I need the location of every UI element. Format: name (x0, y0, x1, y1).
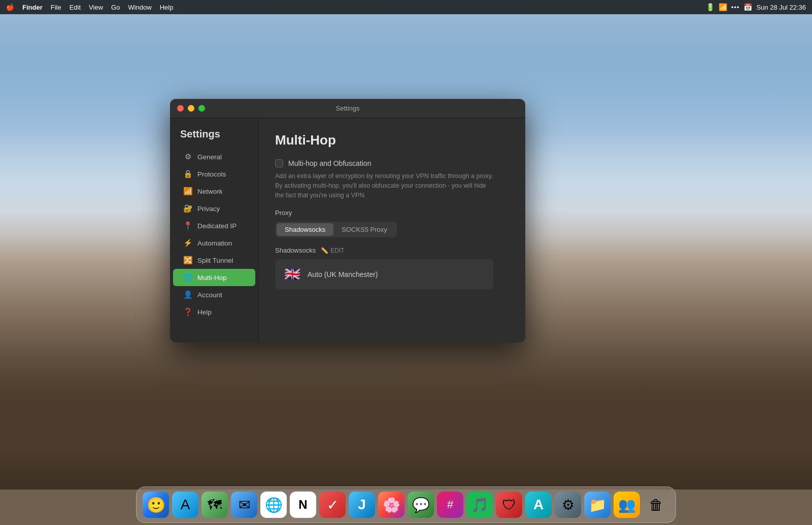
menubar-calendar: 📅 (743, 3, 752, 11)
menubar-time: Sun 28 Jul 22:36 (756, 4, 806, 11)
dock-icon-photos[interactable]: 🌸 (378, 492, 404, 518)
sidebar-item-network[interactable]: 📶 Network (173, 183, 255, 200)
sidebar-item-multi-hop[interactable]: 🌐 Multi-Hop (173, 269, 255, 286)
dock-icon-appstore[interactable]: A (172, 492, 198, 518)
menubar-wifi: 📶 (719, 3, 727, 11)
sidebar-label-protocols: Protocols (197, 170, 226, 178)
sidebar-label-account: Account (197, 291, 222, 299)
multihop-checkbox-row: Multi-hop and Obfuscation (275, 159, 509, 167)
sidebar-title: Settings (170, 128, 258, 148)
window-body: Settings ⚙ General 🔒 Protocols 📶 Network… (170, 118, 525, 342)
dock-icon-slack[interactable]: # (437, 492, 463, 518)
menubar-battery: 🔋 (706, 3, 715, 11)
whatsapp-icon: 💬 (412, 497, 430, 513)
dock-icon-maps[interactable]: 🗺 (201, 492, 228, 518)
server-name: Auto (UK Manchester) (308, 270, 378, 278)
multihop-description: Add an extra layer of encryption by rero… (275, 171, 493, 200)
dock-icon-notion[interactable]: N (290, 492, 316, 518)
dock-icon-tick[interactable]: ✓ (319, 492, 346, 518)
dock: 🙂 A 🗺 ✉ 🌐 N ✓ J 🌸 💬 # (136, 486, 676, 523)
dock-icon-jump[interactable]: J (349, 492, 375, 518)
menubar-file[interactable]: File (51, 4, 61, 11)
automation-icon: ⚡ (183, 238, 192, 248)
ip-icon: 📍 (183, 221, 192, 230)
photos-icon: 🌸 (383, 497, 400, 513)
sidebar-item-protocols[interactable]: 🔒 Protocols (173, 165, 255, 183)
dock-icon-trash[interactable]: 🗑 (643, 492, 669, 518)
server-entry[interactable]: 🇬🇧 Auto (UK Manchester) (275, 259, 493, 289)
network-icon: 📶 (183, 187, 192, 196)
dock-icon-chrome[interactable]: 🌐 (260, 492, 287, 518)
apple-menu[interactable]: 🍎 (6, 4, 14, 11)
menubar-view[interactable]: View (89, 4, 103, 11)
sidebar-label-help: Help (197, 308, 212, 316)
split-icon: 🔀 (183, 256, 192, 265)
privacy-icon: 🔐 (183, 204, 192, 213)
multihop-checkbox-label: Multi-hop and Obfuscation (288, 159, 371, 167)
files-icon: 📁 (589, 497, 606, 513)
sidebar-item-split-tunnel[interactable]: 🔀 Split Tunnel (173, 252, 255, 269)
mail-icon: ✉ (239, 497, 250, 513)
minimize-button[interactable] (188, 105, 194, 112)
main-content: Multi-Hop Multi-hop and Obfuscation Add … (259, 118, 525, 342)
menubar-right: 🔋 📶 ••• 📅 Sun 28 Jul 22:36 (706, 3, 806, 11)
multihop-checkbox[interactable] (275, 159, 283, 167)
sidebar-label-privacy: Privacy (197, 205, 220, 213)
sidebar-label-network: Network (197, 188, 223, 195)
sidebar-item-dedicated-ip[interactable]: 📍 Dedicated IP (173, 217, 255, 234)
dock-icon-contacts[interactable]: 👥 (614, 492, 640, 518)
vpn-icon: 🛡 (502, 497, 516, 513)
desktop: 🍎 Finder File Edit View Go Window Help 🔋… (0, 0, 812, 525)
dock-icon-pref[interactable]: ⚙ (555, 492, 581, 518)
menubar-window[interactable]: Window (128, 4, 151, 11)
contacts-icon: 👥 (618, 497, 636, 513)
shadowsocks-label: Shadowsocks (275, 247, 316, 254)
menubar-go[interactable]: Go (111, 4, 120, 11)
menubar-dots: ••• (731, 4, 740, 11)
sidebar-label-dedicated-ip: Dedicated IP (197, 222, 236, 230)
page-title: Multi-Hop (275, 132, 509, 148)
sidebar-item-help[interactable]: ❓ Help (173, 303, 255, 321)
dock-icon-mail[interactable]: ✉ (231, 492, 257, 518)
sidebar-label-multi-hop: Multi-Hop (197, 274, 227, 282)
proxy-tabs: Shadowsocks SOCKS5 Proxy (275, 222, 397, 237)
sidebar: Settings ⚙ General 🔒 Protocols 📶 Network… (170, 118, 259, 342)
appstore-icon: A (181, 497, 190, 513)
notion-icon: N (298, 498, 307, 512)
menubar-edit[interactable]: Edit (70, 4, 81, 11)
finder-icon: 🙂 (147, 496, 165, 514)
altstore-icon: A (533, 497, 544, 513)
tick-icon: ✓ (327, 497, 339, 513)
jump-icon: J (358, 497, 366, 513)
sidebar-item-account[interactable]: 👤 Account (173, 286, 255, 303)
dock-icon-spotify[interactable]: 🎵 (466, 492, 493, 518)
sidebar-item-general[interactable]: ⚙ General (173, 148, 255, 165)
titlebar-buttons (177, 105, 205, 112)
sidebar-label-automation: Automation (197, 239, 232, 247)
maximize-button[interactable] (198, 105, 205, 112)
titlebar: Settings (170, 99, 525, 118)
chrome-icon: 🌐 (265, 497, 283, 513)
sidebar-label-general: General (197, 153, 222, 161)
window-title: Settings (336, 104, 360, 112)
sidebar-item-automation[interactable]: ⚡ Automation (173, 234, 255, 252)
edit-button[interactable]: ✏️ EDIT (321, 247, 344, 254)
menubar-help[interactable]: Help (160, 4, 174, 11)
pref-icon: ⚙ (562, 497, 574, 513)
settings-window: Settings Settings ⚙ General 🔒 Protocols … (170, 99, 525, 342)
sidebar-item-privacy[interactable]: 🔐 Privacy (173, 200, 255, 217)
dock-icon-finder[interactable]: 🙂 (143, 492, 169, 518)
account-icon: 👤 (183, 290, 192, 299)
shadowsocks-tab[interactable]: Shadowsocks (277, 223, 333, 236)
dock-icon-whatsapp[interactable]: 💬 (408, 492, 434, 518)
socks5-tab[interactable]: SOCKS5 Proxy (333, 223, 395, 236)
close-button[interactable] (177, 105, 184, 112)
gear-icon: ⚙ (183, 152, 192, 161)
dock-icon-altstore[interactable]: A (525, 492, 552, 518)
edit-label: EDIT (330, 247, 344, 254)
dock-icon-files[interactable]: 📁 (584, 492, 611, 518)
sidebar-label-split-tunnel: Split Tunnel (197, 257, 233, 264)
dock-icon-vpn[interactable]: 🛡 (496, 492, 522, 518)
menubar-left: 🍎 Finder File Edit View Go Window Help (6, 4, 173, 11)
menubar-finder[interactable]: Finder (22, 4, 43, 11)
